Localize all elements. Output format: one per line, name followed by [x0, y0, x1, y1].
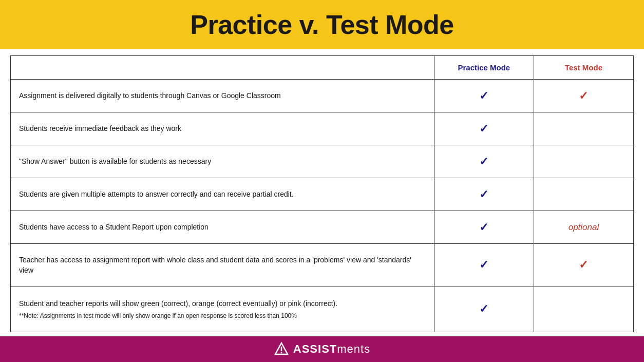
column-header-practice: Practice Mode	[434, 56, 534, 80]
feature-cell: Student and teacher reports will show gr…	[11, 287, 434, 332]
checkmark-icon: ✓	[479, 221, 488, 234]
table-row: Students have access to a Student Report…	[11, 211, 634, 244]
footer-logo-assist: ASSIST	[293, 342, 337, 355]
feature-cell: Teacher has access to assignment report …	[11, 244, 434, 287]
test-check-cell	[534, 178, 633, 211]
table-row: "Show Answer" button is available for st…	[11, 145, 634, 178]
footer-logo-ments: ments	[337, 342, 370, 355]
test-check-cell	[534, 112, 633, 145]
table-header-row: Practice Mode Test Mode	[11, 56, 634, 80]
checkmark-icon: ✓	[579, 89, 588, 102]
table-row: Assignment is delivered digitally to stu…	[11, 80, 634, 112]
test-check-cell: optional	[534, 211, 633, 244]
practice-check-cell: ✓	[434, 287, 534, 332]
page-footer: ASSISTments	[0, 336, 644, 362]
column-header-test: Test Mode	[534, 56, 633, 80]
column-header-feature	[11, 56, 434, 80]
main-content: Practice Mode Test Mode Assignment is de…	[0, 49, 644, 336]
footer-logo: ASSISTments	[274, 341, 370, 357]
checkmark-icon: ✓	[579, 258, 588, 271]
feature-cell: Assignment is delivered digitally to stu…	[11, 80, 434, 112]
table-row: Teacher has access to assignment report …	[11, 244, 634, 287]
page-title: Practice v. Test Mode	[21, 9, 623, 40]
svg-point-2	[280, 352, 282, 354]
note-text: **Note: Assignments in test mode will on…	[19, 312, 426, 320]
test-check-cell: ✓	[534, 80, 633, 112]
assistments-logo-icon	[274, 341, 289, 357]
practice-check-cell: ✓	[434, 244, 534, 287]
test-check-cell	[534, 145, 633, 178]
practice-check-cell: ✓	[434, 145, 534, 178]
checkmark-icon: ✓	[479, 155, 488, 168]
test-check-cell: ✓	[534, 244, 633, 287]
checkmark-icon: ✓	[479, 258, 488, 271]
checkmark-icon: ✓	[479, 188, 488, 201]
page-header: Practice v. Test Mode	[0, 0, 644, 49]
checkmark-icon: ✓	[479, 302, 488, 315]
table-row: Students receive immediate feedback as t…	[11, 112, 634, 145]
feature-cell: "Show Answer" button is available for st…	[11, 145, 434, 178]
practice-check-cell: ✓	[434, 112, 534, 145]
checkmark-icon: ✓	[479, 122, 488, 135]
feature-cell: Students have access to a Student Report…	[11, 211, 434, 244]
test-check-cell	[534, 287, 633, 332]
checkmark-icon: ✓	[479, 89, 488, 102]
footer-logo-text: ASSISTments	[293, 342, 370, 356]
table-row: Student and teacher reports will show gr…	[11, 287, 634, 332]
optional-label: optional	[569, 222, 599, 232]
table-row: Students are given multiple attempts to …	[11, 178, 634, 211]
practice-check-cell: ✓	[434, 80, 534, 112]
practice-check-cell: ✓	[434, 178, 534, 211]
feature-cell: Students are given multiple attempts to …	[11, 178, 434, 211]
practice-check-cell: ✓	[434, 211, 534, 244]
comparison-table: Practice Mode Test Mode Assignment is de…	[10, 55, 634, 332]
feature-cell: Students receive immediate feedback as t…	[11, 112, 434, 145]
